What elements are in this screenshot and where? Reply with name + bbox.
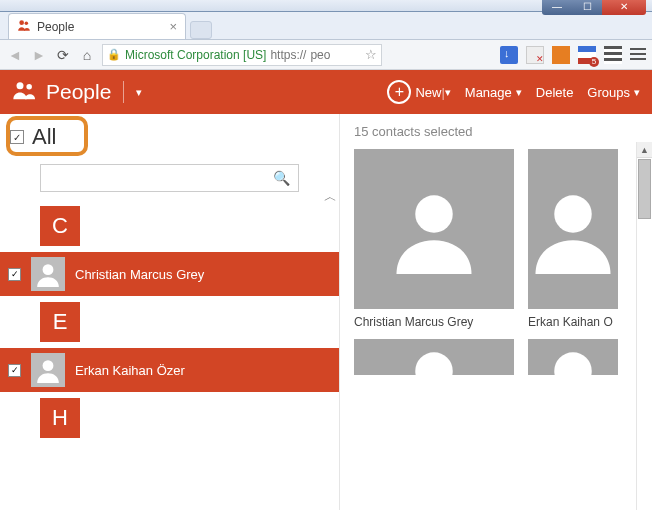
letter-header-c[interactable]: C: [40, 206, 80, 246]
window-minimize-button[interactable]: —: [542, 0, 572, 15]
nav-home-button[interactable]: ⌂: [78, 46, 96, 64]
contact-checkbox[interactable]: ✓: [8, 364, 21, 377]
new-dropdown-chevron-icon[interactable]: ▾: [445, 86, 451, 99]
contact-name: Christian Marcus Grey: [75, 267, 204, 282]
search-input[interactable]: 🔍: [40, 164, 299, 192]
scrollbar[interactable]: ▲: [636, 142, 652, 510]
scroll-thumb[interactable]: [638, 159, 651, 219]
contact-card[interactable]: [354, 339, 514, 375]
new-label: New: [415, 85, 441, 100]
delete-button[interactable]: Delete: [536, 85, 574, 100]
search-icon[interactable]: 🔍: [273, 170, 290, 186]
card-name: Erkan Kaihan O: [528, 309, 618, 335]
title-divider: [123, 81, 124, 103]
url-scheme: https://: [270, 48, 306, 62]
select-all-row[interactable]: ✓ All: [0, 118, 339, 156]
svg-point-3: [26, 84, 32, 90]
avatar-icon: [31, 257, 65, 291]
avatar-icon: [528, 339, 618, 375]
chrome-menu-icon[interactable]: [630, 48, 646, 62]
stack-extension-icon[interactable]: [604, 46, 622, 64]
list-scroll-up-icon[interactable]: ︿: [324, 188, 337, 206]
bookmark-star-icon[interactable]: ☆: [365, 47, 377, 62]
app-switcher-chevron-icon[interactable]: ▾: [136, 86, 142, 99]
manage-button[interactable]: Manage ▾: [465, 85, 522, 100]
manage-label: Manage: [465, 85, 512, 100]
svg-point-0: [19, 20, 24, 25]
ev-cert-label: Microsoft Corporation [US]: [125, 48, 266, 62]
nav-reload-button[interactable]: ⟳: [54, 46, 72, 64]
new-button[interactable]: + New | ▾: [387, 80, 450, 104]
browser-tab-people[interactable]: People ×: [8, 13, 186, 39]
contact-detail-panel: 15 contacts selected Christian Marcus Gr…: [340, 114, 652, 510]
svg-point-4: [43, 264, 54, 275]
svg-point-8: [415, 352, 453, 375]
window-close-button[interactable]: ✕: [602, 0, 646, 15]
plus-circle-icon: +: [387, 80, 411, 104]
url-rest: peo: [310, 48, 330, 62]
window-titlebar: — ☐ ✕: [0, 0, 652, 12]
browser-nav-bar: ◄ ► ⟳ ⌂ 🔒 Microsoft Corporation [US] htt…: [0, 40, 652, 70]
avatar-icon: [528, 149, 618, 309]
contact-list-panel: ✓ All 🔍 ︿ C ✓ Christian Marcus Grey E ✓ …: [0, 114, 340, 510]
tab-title: People: [37, 20, 74, 34]
flag-extension-icon[interactable]: [578, 46, 596, 64]
avatar-icon: [354, 149, 514, 309]
groups-button[interactable]: Groups ▾: [587, 85, 640, 100]
people-logo-icon: [12, 80, 38, 104]
select-all-checkbox[interactable]: ✓: [10, 130, 24, 144]
contact-card[interactable]: [528, 339, 618, 375]
avatar-icon: [354, 339, 514, 375]
avatar-icon: [31, 353, 65, 387]
groups-label: Groups: [587, 85, 630, 100]
browser-tab-strip: People ×: [0, 12, 652, 40]
orange-extension-icon[interactable]: [552, 46, 570, 64]
svg-point-6: [415, 195, 453, 233]
letter-header-e[interactable]: E: [40, 302, 80, 342]
svg-point-9: [554, 352, 592, 375]
search-field[interactable]: [49, 171, 273, 186]
contact-checkbox[interactable]: ✓: [8, 268, 21, 281]
people-favicon-icon: [17, 18, 31, 35]
delete-label: Delete: [536, 85, 574, 100]
svg-point-5: [43, 360, 54, 371]
window-maximize-button[interactable]: ☐: [572, 0, 602, 15]
contact-card[interactable]: Erkan Kaihan O: [528, 149, 618, 335]
list-item[interactable]: ✓ Christian Marcus Grey: [0, 252, 339, 296]
lock-icon: 🔒: [107, 48, 121, 61]
selection-status: 15 contacts selected: [354, 124, 646, 139]
app-title: People: [46, 80, 111, 104]
scroll-up-icon[interactable]: ▲: [637, 142, 652, 158]
download-extension-icon[interactable]: [500, 46, 518, 64]
contact-card[interactable]: Christian Marcus Grey: [354, 149, 514, 335]
list-item[interactable]: ✓ Erkan Kaihan Özer: [0, 348, 339, 392]
card-name: Christian Marcus Grey: [354, 309, 514, 335]
svg-point-7: [554, 195, 592, 233]
blocker-extension-icon[interactable]: [526, 46, 544, 64]
groups-chevron-icon: ▾: [634, 86, 640, 99]
manage-chevron-icon: ▾: [516, 86, 522, 99]
svg-point-2: [17, 82, 24, 89]
nav-back-button[interactable]: ◄: [6, 46, 24, 64]
app-header: People ▾ + New | ▾ Manage ▾ Delete Group…: [0, 70, 652, 114]
omnibox[interactable]: 🔒 Microsoft Corporation [US] https://peo…: [102, 44, 382, 66]
svg-point-1: [25, 22, 28, 26]
main-area: ✓ All 🔍 ︿ C ✓ Christian Marcus Grey E ✓ …: [0, 114, 652, 510]
new-tab-button[interactable]: [190, 21, 212, 39]
tab-close-icon[interactable]: ×: [169, 19, 177, 34]
contact-name: Erkan Kaihan Özer: [75, 363, 185, 378]
extensions-toolbar: [500, 46, 646, 64]
nav-forward-button[interactable]: ►: [30, 46, 48, 64]
letter-header-h[interactable]: H: [40, 398, 80, 438]
select-all-label: All: [32, 124, 56, 150]
